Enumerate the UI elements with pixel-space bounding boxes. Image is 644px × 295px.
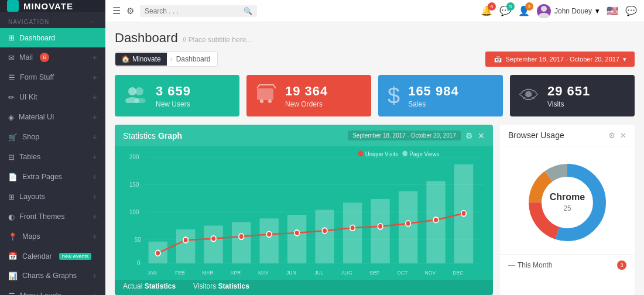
sidebar-item-calendar[interactable]: 📅 Calendar new events [0,246,105,266]
hamburger-icon[interactable]: ☰ [112,5,121,16]
alerts-button[interactable]: 👤 3 [518,5,530,16]
stat-card-new-orders: 19 364 New Orders [246,75,371,116]
sidebar-item-label: Mail [19,53,33,61]
svg-point-43 [358,150,364,156]
messages-button[interactable]: 💬 5 [499,5,511,16]
browser-settings-icon[interactable]: ⚙ [608,131,615,140]
chat-icon[interactable]: 💬 [625,5,637,16]
chart-panel-header: Statistics Graph September 18, 2017 - Oc… [115,125,493,146]
layouts-icon: ⊞ [8,193,15,201]
sidebar-item-front-themes[interactable]: ◐ Front Themes + [0,207,105,227]
statistics-svg: 200 150 100 50 0 [121,146,487,280]
browser-close-icon[interactable]: ✕ [620,131,626,140]
browser-panel-header: Browser Usage ⚙ ✕ [500,125,635,146]
svg-rect-26 [343,203,362,263]
svg-point-7 [260,100,263,103]
new-orders-label: New Orders [285,100,328,108]
svg-point-39 [378,224,383,229]
front-expand-icon[interactable]: + [93,212,97,221]
svg-rect-28 [399,191,417,263]
sidebar-item-menu-levels[interactable]: ☰ Menu Levels + [0,286,105,295]
topbar: ☰ ⚙ 🔍 🔔 8 💬 5 👤 3 John Douey [105,0,644,22]
sidebar-item-layouts[interactable]: ⊞ Layouts + [0,187,105,207]
search-input[interactable] [145,7,241,15]
sidebar-item-maps[interactable]: 📍 Maps + [0,227,105,246]
user-menu[interactable]: John Douey ▾ [537,4,600,18]
browser-footer-badge: 3 [617,260,626,270]
visits-label: Visits [547,100,590,108]
mail-expand-icon[interactable]: + [93,53,97,62]
search-box[interactable]: 🔍 [140,5,257,17]
page-title: Dashboard [115,30,178,46]
chart-settings-icon[interactable]: ⚙ [465,131,473,140]
stat-card-sales: $ 165 984 Sales [378,75,503,116]
tables-icon: ⊟ [8,153,15,162]
sidebar-item-label: Extra Pages [22,173,62,181]
sidebar-item-label: Form Stuff [20,73,54,81]
sidebar-item-label: Calendar [22,252,52,260]
date-picker-button[interactable]: 📅 September 18, 2017 - October 20, 2017 … [485,52,635,67]
chart-date-label: September 18, 2017 - October 20, 2017 [348,131,461,140]
settings-icon[interactable]: ⚙ [126,6,134,16]
menu-levels-icon: ☰ [8,291,15,296]
chart-close-icon[interactable]: ✕ [478,131,485,140]
svg-rect-27 [371,199,389,263]
svg-text:50: 50 [135,236,141,243]
menu-expand-icon[interactable]: + [93,291,97,295]
sidebar-item-tables[interactable]: ⊟ Tables + [0,147,105,167]
extra-expand-icon[interactable]: + [93,172,97,181]
new-orders-icon [256,84,277,108]
svg-point-36 [294,230,300,236]
sidebar-item-material-ui[interactable]: ◈ Material UI + [0,107,105,127]
visits-info: 29 651 Visits [547,84,590,108]
chart-panel-title: Statistics Graph [123,131,182,140]
svg-rect-25 [315,210,334,263]
svg-point-8 [268,100,272,103]
mail-icon: ✉ [8,53,15,62]
svg-point-37 [322,228,327,234]
notifications-button[interactable]: 🔔 8 [481,5,492,16]
uikit-expand-icon[interactable]: + [93,92,97,102]
layouts-expand-icon[interactable]: + [93,192,97,201]
svg-point-40 [406,221,411,227]
breadcrumb: 🏠 Minovate › Dashboard [115,52,218,67]
charts-expand-icon[interactable]: + [93,271,97,280]
sidebar-item-ui-kit[interactable]: ✏ UI Kit + [0,87,105,107]
material-icon: ◈ [8,113,14,122]
svg-text:SEP: SEP [369,270,379,276]
avatar [537,4,551,18]
svg-text:200: 200 [129,154,139,161]
sidebar-item-charts-graphs[interactable]: 📊 Charts & Graphs + [0,266,105,286]
extra-pages-icon: 📄 [8,173,18,181]
new-users-value: 3 659 [156,84,191,99]
chart-svg-area: 200 150 100 50 0 [115,146,493,280]
breadcrumb-home[interactable]: 🏠 Minovate [115,53,167,66]
tables-expand-icon[interactable]: + [93,152,97,162]
sidebar: MINOVATE NAVIGATION ← ⊞ Dashboard ✉ Mail… [0,0,105,295]
page-title-row: Dashboard // Place subtitle here... [115,30,635,46]
logo-bar[interactable]: MINOVATE [0,0,105,12]
notifications-badge: 8 [488,2,496,11]
flag-icon[interactable]: 🇺🇸 [607,5,618,16]
shop-expand-icon[interactable]: + [93,132,97,142]
sidebar-item-dashboard[interactable]: ⊞ Dashboard [0,28,105,47]
sidebar-item-mail[interactable]: ✉ Mail 6 + [0,47,105,67]
form-expand-icon[interactable]: + [93,73,97,82]
svg-text:100: 100 [129,208,139,215]
material-expand-icon[interactable]: + [93,112,97,122]
collapse-nav-icon[interactable]: ← [90,18,97,26]
svg-text:MAY: MAY [258,270,269,276]
chevron-down-icon: ▾ [623,56,626,63]
svg-point-0 [541,6,547,12]
sidebar-item-shop[interactable]: 🛒 Shop + [0,127,105,147]
sidebar-item-extra-pages[interactable]: 📄 Extra Pages + [0,167,105,187]
logo-text: MINOVATE [23,1,73,11]
front-themes-icon: ◐ [8,212,15,221]
page-subtitle: // Place subtitle here... [183,36,252,44]
svg-point-33 [211,236,216,242]
svg-point-45 [402,150,407,156]
svg-point-1 [539,13,549,18]
sidebar-item-form-stuff[interactable]: ☰ Form Stuff + [0,67,105,87]
donut-center-label: Chrome [550,192,585,202]
maps-expand-icon[interactable]: + [93,232,97,241]
